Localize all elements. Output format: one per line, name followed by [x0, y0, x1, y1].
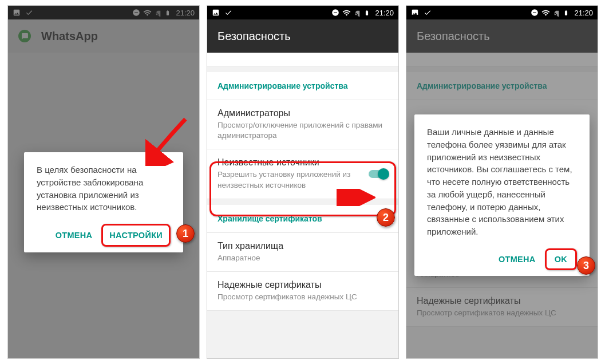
settings-button[interactable]: НАСТРОЙКИ: [104, 226, 168, 244]
phone-screen-3: 21:20 Безопасность Администрирование уст…: [406, 6, 598, 358]
step-badge-2: 2: [377, 208, 395, 227]
check-icon: [224, 9, 232, 17]
no-sim-icon: [553, 9, 560, 17]
wifi-icon: [342, 9, 351, 17]
item-administrators[interactable]: Администраторы Просмотр/отключение прило…: [207, 100, 398, 149]
section-device-admin: Администрирование устройства: [406, 72, 598, 100]
wifi-icon: [541, 9, 550, 17]
item-title: Надежные сертификаты: [217, 280, 388, 290]
page-title: Безопасность: [417, 30, 490, 43]
annotation-arrow: [145, 114, 191, 166]
item-subtitle: Просмотр сертификатов надежных ЦС: [217, 292, 388, 302]
item-trusted-certs[interactable]: Надежные сертификаты Просмотр сертификат…: [207, 272, 398, 311]
status-bar: 21:20: [406, 6, 598, 19]
confirm-dialog: Ваши личные данные и данные телефона бол…: [414, 114, 590, 276]
cancel-button[interactable]: ОТМЕНА: [50, 224, 98, 247]
dialog-message: В целях безопасности на устройстве забло…: [37, 164, 171, 213]
image-icon: [411, 9, 419, 17]
check-icon: [424, 9, 432, 17]
annotation-arrow: [335, 189, 375, 206]
image-icon: [212, 9, 220, 17]
battery-icon: [364, 9, 370, 17]
item-title: Тип хранилища: [217, 241, 388, 251]
item-storage-type[interactable]: Тип хранилища Аппаратное: [207, 233, 398, 272]
section-device-admin: Администрирование устройства: [207, 72, 398, 100]
app-bar: Безопасность: [207, 19, 398, 53]
dnd-icon: [531, 9, 539, 17]
app-bar: Безопасность: [406, 19, 598, 53]
phone-screen-1: 21:20 WhatsApp В целях безопасности на у…: [8, 6, 199, 358]
item-subtitle: Просмотр сертификатов надежных ЦС: [417, 308, 587, 318]
item-subtitle: Аппаратное: [217, 253, 388, 263]
item-subtitle: Просмотр/отключение приложений с правами…: [217, 120, 388, 141]
status-time: 21:20: [574, 9, 593, 17]
ok-button[interactable]: OK: [547, 250, 575, 268]
dialog-message: Ваши личные данные и данные телефона бол…: [427, 126, 577, 238]
item-title: Администраторы: [217, 108, 388, 118]
item-trusted-certs[interactable]: Надежные сертификаты Просмотр сертификат…: [406, 288, 598, 327]
no-sim-icon: [354, 9, 361, 17]
phone-screen-2: 21:20 Безопасность Администрирование уст…: [207, 6, 398, 358]
battery-icon: [563, 9, 569, 17]
cancel-button[interactable]: ОТМЕНА: [493, 248, 541, 270]
install-blocked-dialog: В целях безопасности на устройстве забло…: [24, 152, 183, 252]
step-badge-1: 1: [176, 224, 195, 243]
dnd-icon: [331, 9, 339, 17]
status-time: 21:20: [375, 9, 394, 17]
page-title: Безопасность: [217, 30, 291, 43]
step-badge-3: 3: [577, 256, 595, 275]
item-title: Надежные сертификаты: [417, 296, 587, 306]
status-bar: 21:20: [207, 6, 398, 19]
